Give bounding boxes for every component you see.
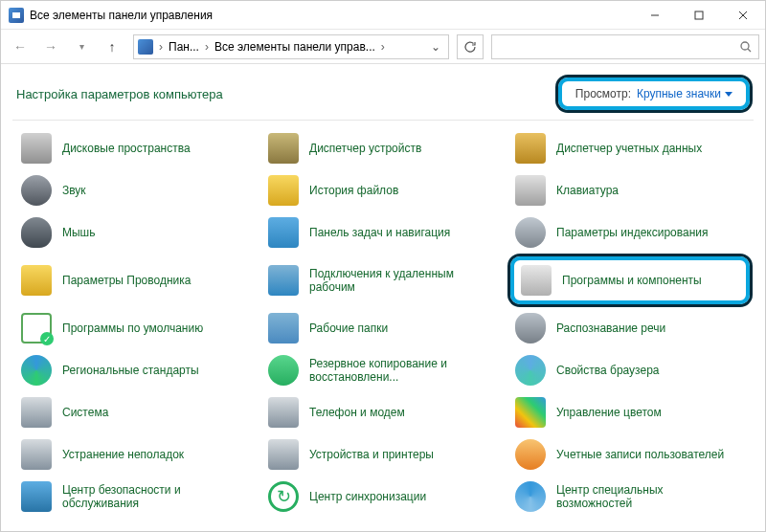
filehist-icon (267, 174, 300, 207)
maximize-button[interactable] (677, 1, 721, 30)
control-panel-item[interactable]: Рабочие папки (263, 310, 503, 346)
trouble-icon (20, 438, 53, 471)
default-icon (20, 312, 53, 344)
refresh-button[interactable] (457, 34, 484, 59)
view-selector[interactable]: Просмотр: Крупные значки (558, 78, 750, 110)
kbd-icon (514, 174, 547, 207)
control-panel-item[interactable]: Центр синхронизации (263, 478, 503, 515)
control-panel-item[interactable]: Программы и компоненты (510, 256, 750, 304)
search-input[interactable] (491, 34, 759, 59)
item-label: Диспетчер учетных данных (556, 142, 702, 155)
breadcrumb-sep: › (159, 40, 163, 54)
item-label: Звук (62, 184, 86, 197)
control-panel-item[interactable]: Центр специальных возможностей (510, 478, 750, 515)
speech-icon (514, 312, 547, 344)
item-label: Устранение неполадок (62, 448, 184, 461)
item-label: Региональные стандарты (62, 364, 199, 377)
control-panel-item[interactable]: Региональные стандарты (16, 352, 256, 388)
item-label: История файлов (309, 184, 398, 197)
control-panel-item[interactable]: Устройства и принтеры (263, 436, 503, 473)
svg-line-5 (748, 49, 751, 52)
item-label: Диспетчер устройств (309, 142, 421, 155)
control-panel-item[interactable]: Дисковые пространства (16, 130, 256, 166)
chevron-down-icon (725, 92, 732, 97)
item-label: Панель задач и навигация (309, 226, 450, 239)
item-label: Клавиатура (556, 184, 619, 197)
system-icon (20, 396, 53, 429)
control-panel-item[interactable]: Центр безопасности и обслуживания (16, 478, 256, 515)
forward-button[interactable]: → (37, 33, 64, 60)
control-panel-item[interactable]: Диспетчер устройств (263, 130, 503, 166)
color-icon (514, 396, 547, 429)
item-label: Подключения к удаленным рабочим (309, 267, 491, 295)
app-icon (9, 8, 24, 23)
window-controls (633, 1, 765, 30)
disk-icon (20, 132, 53, 165)
up-button[interactable]: ↑ (99, 33, 125, 60)
control-panel-item[interactable]: Резервное копирование и восстановлени... (263, 352, 503, 388)
control-panel-item[interactable]: Распознавание речи (510, 310, 750, 346)
item-label: Параметры Проводника (62, 274, 191, 287)
navbar: ← → ▾ ↑ › Пан... › Все элементы панели у… (1, 30, 765, 64)
work-icon (267, 312, 300, 344)
back-button[interactable]: ← (7, 33, 34, 60)
recent-dropdown[interactable]: ▾ (68, 33, 95, 60)
address-dropdown-icon[interactable]: ⌄ (427, 40, 444, 54)
control-panel-item[interactable]: История файлов (263, 172, 503, 209)
control-panel-item[interactable]: Параметры индексирования (510, 214, 750, 251)
printer-icon (267, 438, 300, 471)
item-label: Телефон и модем (309, 406, 405, 419)
sound-icon (20, 174, 53, 207)
item-label: Свойства браузера (556, 364, 660, 377)
control-panel-item[interactable]: Управление цветом (510, 394, 750, 431)
item-label: Резервное копирование и восстановлени... (309, 357, 491, 385)
control-panel-item[interactable]: Параметры Проводника (16, 256, 256, 304)
page-heading: Настройка параметров компьютера (16, 87, 223, 101)
control-panel-item[interactable]: Диспетчер учетных данных (510, 130, 750, 166)
control-panel-item[interactable]: Учетные записи пользователей (510, 436, 750, 473)
breadcrumb-root[interactable]: Пан... (169, 40, 199, 54)
control-panel-grid: Дисковые пространстваДиспетчер устройств… (1, 121, 765, 524)
minimize-button[interactable] (633, 1, 677, 30)
address-bar[interactable]: › Пан... › Все элементы панели управ... … (133, 34, 449, 59)
browser-icon (514, 354, 547, 387)
control-panel-item[interactable]: Система (16, 394, 256, 431)
cred-icon (514, 132, 547, 165)
item-label: Устройства и принтеры (309, 448, 434, 461)
control-panel-item[interactable]: Мышь (16, 214, 256, 251)
users-icon (514, 438, 547, 471)
header-row: Настройка параметров компьютера Просмотр… (1, 64, 765, 120)
item-label: Учетные записи пользователей (556, 448, 724, 461)
search-icon (739, 40, 753, 54)
item-label: Параметры индексирования (556, 226, 708, 239)
control-panel-item[interactable]: Клавиатура (510, 172, 750, 209)
access-icon (514, 480, 547, 513)
item-label: Распознавание речи (556, 321, 665, 335)
item-label: Дисковые пространства (62, 142, 191, 155)
item-label: Центр безопасности и обслуживания (62, 483, 244, 511)
control-panel-item[interactable]: Панель задач и навигация (263, 214, 503, 251)
region-icon (20, 354, 53, 387)
close-button[interactable] (721, 1, 765, 30)
svg-point-4 (741, 42, 749, 50)
progs-icon (520, 264, 552, 297)
breadcrumb-sep: › (205, 40, 209, 54)
control-panel-item[interactable]: Телефон и модем (263, 394, 503, 431)
breadcrumb-sep: › (381, 40, 385, 54)
security-icon (20, 480, 53, 513)
task-icon (267, 216, 300, 249)
control-panel-item[interactable]: Программы по умолчанию (16, 310, 256, 346)
svg-rect-1 (695, 11, 703, 19)
item-label: Программы по умолчанию (62, 321, 203, 335)
view-label: Просмотр: (575, 87, 631, 100)
breadcrumb-current[interactable]: Все элементы панели управ... (214, 40, 375, 54)
control-panel-item[interactable]: Подключения к удаленным рабочим (263, 256, 503, 304)
remote-icon (267, 264, 300, 297)
control-panel-item[interactable]: Устранение неполадок (16, 436, 256, 473)
item-label: Рабочие папки (309, 321, 388, 335)
control-panel-item[interactable]: Звук (16, 172, 256, 209)
control-panel-item[interactable]: Свойства браузера (510, 352, 750, 388)
view-value[interactable]: Крупные значки (637, 87, 732, 100)
dev-icon (267, 132, 300, 165)
item-label: Мышь (62, 226, 96, 239)
